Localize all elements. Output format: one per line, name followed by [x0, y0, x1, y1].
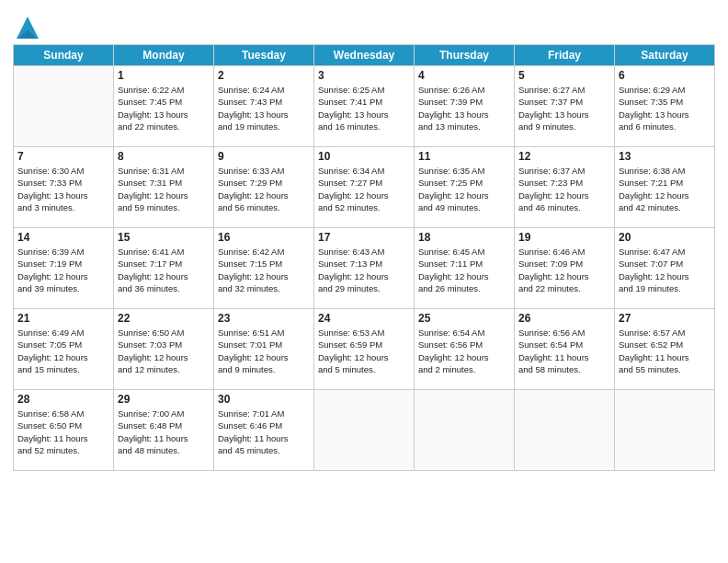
day-header-wednesday: Wednesday — [314, 45, 415, 66]
calendar-cell: 27Sunrise: 6:57 AM Sunset: 6:52 PM Dayli… — [615, 309, 715, 390]
logo-icon — [13, 13, 39, 39]
calendar-cell: 21Sunrise: 6:49 AM Sunset: 7:05 PM Dayli… — [14, 309, 114, 390]
day-number: 27 — [619, 312, 711, 325]
calendar-cell: 1Sunrise: 6:22 AM Sunset: 7:45 PM Daylig… — [114, 66, 214, 147]
day-info: Sunrise: 6:41 AM Sunset: 7:17 PM Dayligh… — [118, 246, 210, 294]
calendar-cell: 16Sunrise: 6:42 AM Sunset: 7:15 PM Dayli… — [214, 228, 314, 309]
day-number: 24 — [318, 312, 410, 325]
day-info: Sunrise: 6:27 AM Sunset: 7:37 PM Dayligh… — [518, 84, 610, 132]
day-number: 29 — [118, 393, 210, 406]
day-info: Sunrise: 6:50 AM Sunset: 7:03 PM Dayligh… — [118, 327, 210, 375]
calendar-cell: 23Sunrise: 6:51 AM Sunset: 7:01 PM Dayli… — [214, 309, 314, 390]
day-info: Sunrise: 6:49 AM Sunset: 7:05 PM Dayligh… — [17, 327, 109, 375]
day-number: 8 — [118, 150, 210, 163]
day-number: 19 — [518, 231, 610, 244]
calendar-cell: 7Sunrise: 6:30 AM Sunset: 7:33 PM Daylig… — [14, 147, 114, 228]
day-number: 26 — [518, 312, 610, 325]
calendar-cell — [615, 390, 715, 471]
day-number: 15 — [118, 231, 210, 244]
day-info: Sunrise: 6:33 AM Sunset: 7:29 PM Dayligh… — [218, 165, 310, 213]
calendar-week-row: 14Sunrise: 6:39 AM Sunset: 7:19 PM Dayli… — [14, 228, 715, 309]
calendar-cell: 12Sunrise: 6:37 AM Sunset: 7:23 PM Dayli… — [515, 147, 615, 228]
day-info: Sunrise: 6:26 AM Sunset: 7:39 PM Dayligh… — [418, 84, 510, 132]
calendar-cell: 24Sunrise: 6:53 AM Sunset: 6:59 PM Dayli… — [314, 309, 415, 390]
calendar-cell: 26Sunrise: 6:56 AM Sunset: 6:54 PM Dayli… — [515, 309, 615, 390]
day-info: Sunrise: 6:46 AM Sunset: 7:09 PM Dayligh… — [518, 246, 610, 294]
day-info: Sunrise: 6:56 AM Sunset: 6:54 PM Dayligh… — [518, 327, 610, 375]
day-number: 13 — [619, 150, 711, 163]
calendar-cell: 6Sunrise: 6:29 AM Sunset: 7:35 PM Daylig… — [615, 66, 715, 147]
day-info: Sunrise: 6:30 AM Sunset: 7:33 PM Dayligh… — [17, 165, 109, 213]
day-number: 11 — [418, 150, 510, 163]
day-number: 22 — [118, 312, 210, 325]
day-info: Sunrise: 6:39 AM Sunset: 7:19 PM Dayligh… — [17, 246, 109, 294]
calendar-cell: 8Sunrise: 6:31 AM Sunset: 7:31 PM Daylig… — [114, 147, 214, 228]
day-info: Sunrise: 6:58 AM Sunset: 6:50 PM Dayligh… — [17, 408, 109, 456]
day-info: Sunrise: 6:57 AM Sunset: 6:52 PM Dayligh… — [619, 327, 711, 375]
calendar-cell: 14Sunrise: 6:39 AM Sunset: 7:19 PM Dayli… — [14, 228, 114, 309]
day-number: 4 — [418, 69, 510, 82]
day-info: Sunrise: 7:00 AM Sunset: 6:48 PM Dayligh… — [118, 408, 210, 456]
day-number: 16 — [218, 231, 310, 244]
calendar-week-row: 1Sunrise: 6:22 AM Sunset: 7:45 PM Daylig… — [14, 66, 715, 147]
calendar-cell: 10Sunrise: 6:34 AM Sunset: 7:27 PM Dayli… — [314, 147, 415, 228]
day-info: Sunrise: 6:38 AM Sunset: 7:21 PM Dayligh… — [619, 165, 711, 213]
day-info: Sunrise: 6:24 AM Sunset: 7:43 PM Dayligh… — [218, 84, 310, 132]
calendar-week-row: 7Sunrise: 6:30 AM Sunset: 7:33 PM Daylig… — [14, 147, 715, 228]
day-info: Sunrise: 6:37 AM Sunset: 7:23 PM Dayligh… — [518, 165, 610, 213]
day-header-friday: Friday — [515, 45, 615, 66]
day-number: 17 — [318, 231, 410, 244]
calendar-cell — [415, 390, 515, 471]
day-info: Sunrise: 7:01 AM Sunset: 6:46 PM Dayligh… — [218, 408, 310, 456]
day-info: Sunrise: 6:31 AM Sunset: 7:31 PM Dayligh… — [118, 165, 210, 213]
calendar-week-row: 28Sunrise: 6:58 AM Sunset: 6:50 PM Dayli… — [14, 390, 715, 471]
calendar-cell: 5Sunrise: 6:27 AM Sunset: 7:37 PM Daylig… — [515, 66, 615, 147]
day-header-thursday: Thursday — [415, 45, 515, 66]
calendar-cell: 29Sunrise: 7:00 AM Sunset: 6:48 PM Dayli… — [114, 390, 214, 471]
calendar-cell — [314, 390, 415, 471]
day-header-saturday: Saturday — [615, 45, 715, 66]
day-info: Sunrise: 6:54 AM Sunset: 6:56 PM Dayligh… — [418, 327, 510, 375]
calendar-week-row: 21Sunrise: 6:49 AM Sunset: 7:05 PM Dayli… — [14, 309, 715, 390]
calendar-cell: 20Sunrise: 6:47 AM Sunset: 7:07 PM Dayli… — [615, 228, 715, 309]
calendar-cell: 11Sunrise: 6:35 AM Sunset: 7:25 PM Dayli… — [415, 147, 515, 228]
day-number: 20 — [619, 231, 711, 244]
day-number: 21 — [17, 312, 109, 325]
calendar-cell — [14, 66, 114, 147]
day-number: 3 — [318, 69, 410, 82]
calendar-cell: 30Sunrise: 7:01 AM Sunset: 6:46 PM Dayli… — [214, 390, 314, 471]
calendar-cell: 18Sunrise: 6:45 AM Sunset: 7:11 PM Dayli… — [415, 228, 515, 309]
day-number: 25 — [418, 312, 510, 325]
calendar-cell: 22Sunrise: 6:50 AM Sunset: 7:03 PM Dayli… — [114, 309, 214, 390]
day-header-tuesday: Tuesday — [214, 45, 314, 66]
calendar-cell: 3Sunrise: 6:25 AM Sunset: 7:41 PM Daylig… — [314, 66, 415, 147]
day-number: 12 — [518, 150, 610, 163]
calendar-cell: 19Sunrise: 6:46 AM Sunset: 7:09 PM Dayli… — [515, 228, 615, 309]
calendar-table: SundayMondayTuesdayWednesdayThursdayFrid… — [13, 44, 715, 471]
day-info: Sunrise: 6:51 AM Sunset: 7:01 PM Dayligh… — [218, 327, 310, 375]
day-info: Sunrise: 6:45 AM Sunset: 7:11 PM Dayligh… — [418, 246, 510, 294]
calendar-cell: 2Sunrise: 6:24 AM Sunset: 7:43 PM Daylig… — [214, 66, 314, 147]
day-info: Sunrise: 6:53 AM Sunset: 6:59 PM Dayligh… — [318, 327, 410, 375]
day-number: 9 — [218, 150, 310, 163]
day-number: 10 — [318, 150, 410, 163]
day-number: 30 — [218, 393, 310, 406]
day-number: 18 — [418, 231, 510, 244]
day-number: 6 — [619, 69, 711, 82]
page-header — [13, 9, 715, 39]
day-info: Sunrise: 6:25 AM Sunset: 7:41 PM Dayligh… — [318, 84, 410, 132]
calendar-cell: 17Sunrise: 6:43 AM Sunset: 7:13 PM Dayli… — [314, 228, 415, 309]
day-info: Sunrise: 6:22 AM Sunset: 7:45 PM Dayligh… — [118, 84, 210, 132]
calendar-cell: 15Sunrise: 6:41 AM Sunset: 7:17 PM Dayli… — [114, 228, 214, 309]
day-header-monday: Monday — [114, 45, 214, 66]
calendar-page: SundayMondayTuesdayWednesdayThursdayFrid… — [0, 0, 728, 563]
day-number: 5 — [518, 69, 610, 82]
day-info: Sunrise: 6:29 AM Sunset: 7:35 PM Dayligh… — [619, 84, 711, 132]
calendar-cell: 25Sunrise: 6:54 AM Sunset: 6:56 PM Dayli… — [415, 309, 515, 390]
day-info: Sunrise: 6:34 AM Sunset: 7:27 PM Dayligh… — [318, 165, 410, 213]
day-info: Sunrise: 6:42 AM Sunset: 7:15 PM Dayligh… — [218, 246, 310, 294]
calendar-cell — [515, 390, 615, 471]
calendar-cell: 9Sunrise: 6:33 AM Sunset: 7:29 PM Daylig… — [214, 147, 314, 228]
day-info: Sunrise: 6:47 AM Sunset: 7:07 PM Dayligh… — [619, 246, 711, 294]
day-number: 2 — [218, 69, 310, 82]
